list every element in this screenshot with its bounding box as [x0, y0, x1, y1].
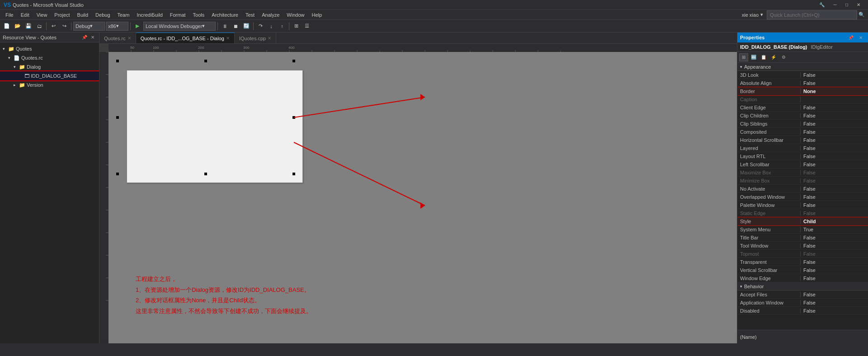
handle-mid-left[interactable] [116, 116, 119, 119]
tab-close-dialog[interactable]: ✕ [226, 36, 230, 41]
save-btn[interactable]: 💾 [24, 21, 33, 31]
tree-item-dialog[interactable]: ▾ 📁 Dialog [0, 62, 99, 71]
menu-window[interactable]: Window [283, 10, 308, 20]
save-all-btn[interactable]: 🗂 [34, 21, 44, 31]
play-btn[interactable]: ▶ [132, 21, 142, 31]
config-dropdown[interactable]: Debug▾ [73, 22, 105, 31]
handle-top-right[interactable] [292, 60, 295, 62]
prop-row-vscrollbar[interactable]: Vertical Scrollbar False [737, 266, 868, 274]
restart-btn[interactable]: 🔄 [241, 21, 251, 31]
undo-btn[interactable]: ↩ [48, 21, 58, 31]
props-config-btn[interactable]: ⚙ [779, 53, 788, 61]
prop-row-appwindow[interactable]: Application Window False [737, 299, 868, 307]
menu-file[interactable]: File [2, 10, 17, 20]
prop-row-layoutrtl[interactable]: Layout RTL False [737, 152, 868, 160]
tab-quotesrc[interactable]: Quotes.rc ✕ [99, 33, 136, 43]
menu-view[interactable]: View [33, 10, 51, 20]
menu-edit[interactable]: Edit [17, 10, 33, 20]
tab-iquotes[interactable]: IQuotes.cpp ✕ [235, 33, 276, 43]
prop-row-layered[interactable]: Layered False [737, 144, 868, 152]
menu-project[interactable]: Project [51, 10, 73, 20]
dialog-editor[interactable]: 工程建立之后， 1、在资源处增加一个Dialog资源，修改ID为IDD_DIAL… [108, 52, 737, 343]
prop-row-style[interactable]: Style Child [737, 217, 868, 225]
handle-bot-right[interactable] [292, 173, 295, 175]
debugger-dropdown[interactable]: Local Windows Debugger▾ [143, 22, 216, 31]
prop-row-toolwindow[interactable]: Tool Window False [737, 242, 868, 250]
prop-row-maximizebox[interactable]: Maximize Box False [737, 169, 868, 177]
menu-tools[interactable]: Tools [189, 10, 208, 20]
prop-row-disabled[interactable]: Disabled False [737, 307, 868, 315]
grid-btn[interactable]: ⊞ [291, 21, 301, 31]
stop-btn[interactable]: ⏹ [231, 21, 241, 31]
prop-row-border[interactable]: Border None [737, 87, 868, 95]
prop-row-leftscrollbar[interactable]: Left Scrollbar False [737, 160, 868, 169]
prop-row-overlappedwindow[interactable]: Overlapped Window False [737, 193, 868, 201]
prop-row-windowedge[interactable]: Window Edge False [737, 274, 868, 282]
step-out-btn[interactable]: ↑ [277, 21, 287, 31]
handle-bot-left[interactable] [116, 173, 119, 175]
behavior-section-header[interactable]: ▾ Behavior [737, 282, 868, 290]
props-events-btn[interactable]: ⚡ [769, 53, 778, 61]
menu-format[interactable]: Format [166, 10, 189, 20]
search-button[interactable]: 🔍 [857, 10, 866, 20]
appearance-section-header[interactable]: ▾ Appearance [737, 63, 868, 71]
open-btn[interactable]: 📂 [13, 21, 23, 31]
prop-row-staticedge[interactable]: Static Edge False [737, 209, 868, 217]
layout-btn[interactable]: ☰ [302, 21, 312, 31]
platform-dropdown[interactable]: x86▾ [106, 22, 128, 31]
prop-row-systemmenu[interactable]: System Menu True [737, 225, 868, 234]
tree-item-version[interactable]: ▸ 📁 Version [0, 80, 99, 89]
menu-test[interactable]: Test [242, 10, 258, 20]
props-sort-category-btn[interactable]: ⊞ [739, 53, 748, 61]
prop-row-clipsiblings[interactable]: Clip Siblings False [737, 120, 868, 128]
prop-row-palettewindow[interactable]: Palette Window False [737, 201, 868, 209]
dialog-selection[interactable] [118, 61, 294, 174]
quick-launch-input[interactable] [767, 10, 857, 19]
tree-item-quotes[interactable]: ▾ 📁 Quotes [0, 44, 99, 53]
dialog-box[interactable] [127, 70, 303, 183]
prop-row-titlebar[interactable]: Title Bar False [737, 234, 868, 242]
tab-dialog-editor[interactable]: Quotes.rc - IDD_...OG_BASE - Dialog ✕ [136, 33, 235, 43]
new-project-btn[interactable]: 📄 [2, 21, 12, 31]
handle-top-mid[interactable] [204, 60, 207, 62]
prop-row-noactivate[interactable]: No Activate False [737, 185, 868, 193]
menu-help[interactable]: Help [308, 10, 326, 20]
tab-close-quotesrc[interactable]: ✕ [127, 36, 131, 41]
menu-architecture[interactable]: Architecture [208, 10, 242, 20]
menu-team[interactable]: Team [114, 10, 133, 20]
tab-close-iquotes[interactable]: ✕ [268, 36, 271, 41]
menu-analyze[interactable]: Analyze [258, 10, 283, 20]
prop-row-composited[interactable]: Composited False [737, 128, 868, 136]
vs-extension-icon[interactable]: 🔧 [817, 1, 829, 9]
redo-btn[interactable]: ↪ [59, 21, 69, 31]
step-into-btn[interactable]: ↓ [266, 21, 276, 31]
step-over-btn[interactable]: ↷ [255, 21, 265, 31]
prop-row-caption[interactable]: Caption [737, 95, 868, 103]
prop-row-hscrollbar[interactable]: Horizontal Scrollbar False [737, 136, 868, 144]
menu-debug[interactable]: Debug [92, 10, 113, 20]
minimize-button[interactable]: ─ [829, 1, 841, 9]
prop-row-minimizebox[interactable]: Minimize Box False [737, 177, 868, 185]
props-pin-btn[interactable]: 📌 [846, 33, 855, 42]
tree-item-quotesrc[interactable]: ▾ 📄 Quotes.rc [0, 53, 99, 62]
props-sort-alpha-btn[interactable]: 🔤 [749, 53, 758, 61]
panel-pin-btn[interactable]: 📌 [81, 34, 88, 41]
prop-row-topmost[interactable]: Topmost False [737, 250, 868, 258]
menu-incredibuild[interactable]: IncrediБuild [133, 10, 166, 20]
props-close-btn[interactable]: ✕ [856, 33, 865, 42]
panel-close-btn[interactable]: ✕ [89, 34, 96, 41]
prop-row-transparent[interactable]: Transparent False [737, 258, 868, 266]
prop-row-acceptfiles[interactable]: Accept Files False [737, 290, 868, 299]
prop-row-3dlook[interactable]: 3D Look False [737, 71, 868, 79]
handle-mid-right[interactable] [292, 116, 295, 119]
handle-top-left[interactable] [116, 60, 119, 62]
prop-row-absolutealign[interactable]: Absolute Align False [737, 79, 868, 87]
close-button[interactable]: ✕ [853, 1, 864, 9]
menu-build[interactable]: Build [74, 10, 92, 20]
tree-item-idd-dialog-base[interactable]: 🗔 IDD_DIALOG_BASE [0, 71, 99, 80]
prop-row-clipchildren[interactable]: Clip Children False [737, 112, 868, 120]
prop-row-clientedge[interactable]: Client Edge False [737, 103, 868, 112]
pause-btn[interactable]: ⏸ [220, 21, 230, 31]
props-property-pages-btn[interactable]: 📋 [759, 53, 768, 61]
maximize-button[interactable]: □ [841, 1, 853, 9]
